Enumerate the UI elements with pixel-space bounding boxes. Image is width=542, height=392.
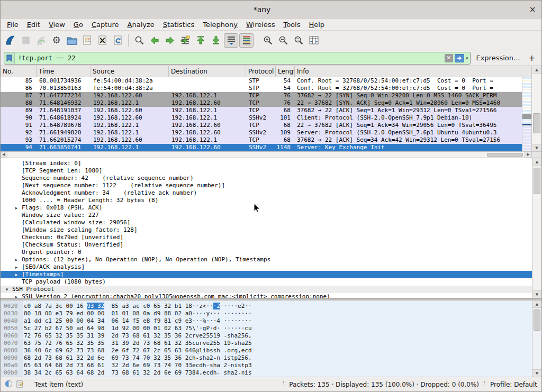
scroll-thumb[interactable] xyxy=(534,309,540,331)
expression-button[interactable]: Expression... xyxy=(471,54,525,62)
go-forward-button[interactable] xyxy=(162,33,177,48)
hex-ascii[interactable]: 84,ecdh- sha2-nis xyxy=(192,369,252,376)
menu-capture[interactable]: Capture xyxy=(87,20,123,30)
detail-row[interactable]: [Next sequence number: 1122 (relative se… xyxy=(1,182,532,189)
hex-bytes[interactable]: 65 63 64 68 2d 73 68 61 32 2d 6e 69 73 7… xyxy=(24,362,192,369)
go-back-button[interactable] xyxy=(147,33,161,48)
hex-row[interactable]: 006072 76 65 32 35 35 31 39 2d 73 68 61 … xyxy=(1,332,532,340)
hex-ascii[interactable]: curve255 19-sha25 xyxy=(192,340,252,347)
detail-row[interactable]: Urgent pointer: 0 xyxy=(1,249,532,256)
detail-row[interactable]: TCP payload (1080 bytes) xyxy=(1,278,532,286)
packet-row[interactable]: 8771.647777234192.168.122.60192.168.122.… xyxy=(1,92,522,99)
hex-ascii[interactable]: ····e2·· xyxy=(220,303,252,309)
hex-ascii[interactable]: \'·gP·d· ······cu xyxy=(192,325,252,332)
filter-apply-icon[interactable] xyxy=(455,54,464,62)
packet-row[interactable]: 9271.661949820192.168.122.1192.168.122.6… xyxy=(1,129,522,136)
detail-row[interactable]: ▸SSH Version 2 (encryption:chacha20-poly… xyxy=(1,293,532,298)
collapsed-arrow-icon[interactable]: ▸ xyxy=(13,293,20,298)
scroll-up-icon[interactable]: ▲ xyxy=(532,158,541,166)
menu-telephony[interactable]: Telephony xyxy=(198,20,242,30)
go-to-packet-button[interactable] xyxy=(178,33,192,48)
filter-bookmark-icon[interactable] xyxy=(4,52,15,64)
start-capture-button[interactable] xyxy=(3,33,17,48)
detail-row[interactable]: Checksum: 0x79ed [unverified] xyxy=(1,234,532,241)
hex-ascii[interactable]: ···%···4 ········ xyxy=(192,317,252,324)
restart-capture-button[interactable] xyxy=(34,33,48,48)
column-header-protocol[interactable]: Protocol xyxy=(246,66,276,77)
detail-row[interactable]: ▸[Timestamps] xyxy=(1,271,532,278)
hex-ascii[interactable]: ··z<·· xyxy=(192,303,213,309)
add-filter-button[interactable]: + xyxy=(525,53,538,63)
detail-row[interactable]: [Calculated window size: 29056] xyxy=(1,219,532,226)
scroll-down-icon[interactable]: ▼ xyxy=(532,144,541,151)
column-header-no[interactable]: No. xyxy=(1,66,37,77)
stop-capture-button[interactable] xyxy=(19,33,33,48)
packet-row[interactable]: 9371.662015274192.168.122.60192.168.122.… xyxy=(1,136,522,144)
detail-row[interactable]: Sequence number: 42 (relative sequence n… xyxy=(1,175,532,182)
menu-edit[interactable]: Edit xyxy=(23,20,44,30)
detail-row[interactable]: ▸Options: (12 bytes), No-Operation (NOP)… xyxy=(1,256,532,263)
close-file-button[interactable] xyxy=(95,33,110,48)
hex-ascii-highlight[interactable]: ·2 xyxy=(213,303,220,309)
scroll-down-icon[interactable]: ▼ xyxy=(532,290,541,298)
detail-row[interactable]: 1000 .... = Header Length: 32 bytes (8) xyxy=(1,197,532,204)
column-header-length[interactable]: Length xyxy=(276,66,295,77)
column-header-time[interactable]: Time xyxy=(37,66,91,77)
detail-row[interactable]: Window size value: 227 xyxy=(1,212,532,219)
hex-bytes-highlight[interactable]: 93 32 xyxy=(87,303,104,309)
collapsed-arrow-icon[interactable]: ▸ xyxy=(13,263,20,271)
detail-row[interactable]: [Stream index: 0] xyxy=(1,160,532,167)
detail-row[interactable]: ▸[SEQ/ACK analysis] xyxy=(1,263,532,271)
scroll-down-icon[interactable]: ▼ xyxy=(532,369,541,377)
detail-row[interactable]: ▾SSH Protocol xyxy=(1,286,532,293)
hex-vscrollbar[interactable]: ▲ ▼ xyxy=(532,300,541,377)
collapsed-arrow-icon[interactable]: ▸ xyxy=(13,204,20,212)
scroll-left-icon[interactable]: ◀ xyxy=(1,152,7,158)
display-filter-input[interactable] xyxy=(15,54,445,62)
resize-columns-button[interactable] xyxy=(306,33,321,48)
hex-bytes[interactable]: 38 34 2c 65 63 64 68 2d 73 68 61 32 2d 6… xyxy=(24,369,192,376)
hex-bytes[interactable]: 36 40 6c 69 62 73 73 68 2e 6f 72 67 2c 6… xyxy=(24,347,192,354)
menu-statistics[interactable]: Statistics xyxy=(159,20,198,30)
scroll-up-icon[interactable]: ▲ xyxy=(532,66,541,74)
column-header-info[interactable]: Info xyxy=(295,66,532,77)
hex-bytes[interactable]: 80 18 00 e3 79 ed 00 00 01 01 08 0a d9 8… xyxy=(24,310,192,317)
hex-bytes[interactable]: 5c 27 b2 67 50 ad 64 98 1d 92 00 00 01 0… xyxy=(24,325,192,332)
display-filter-field[interactable]: ✕ ▾ xyxy=(4,52,471,65)
hex-row[interactable]: 00a065 63 64 68 2d 73 68 61 32 2d 6e 69 … xyxy=(1,362,532,369)
packet-row[interactable]: 8971.648191037192.168.122.60192.168.122.… xyxy=(1,107,522,114)
packet-row[interactable]: 9471.663856741192.168.122.1192.168.122.6… xyxy=(1,144,522,151)
filter-clear-icon[interactable]: ✕ xyxy=(445,54,453,62)
packet-row[interactable]: 9071.648618924192.168.122.60192.168.122.… xyxy=(1,114,522,122)
packet-list-vscrollbar[interactable]: ▲ ▼ xyxy=(531,66,541,151)
menu-help[interactable]: Help xyxy=(304,20,329,30)
hex-bytes[interactable]: 68 2d 73 68 61 32 2d 6e 69 73 74 70 32 3… xyxy=(24,354,192,361)
detail-row[interactable]: [Window size scaling factor: 128] xyxy=(1,226,532,234)
hex-bytes[interactable]: 63 75 72 76 65 32 35 35 31 39 2d 73 68 6… xyxy=(24,340,192,347)
go-last-button[interactable] xyxy=(209,33,223,48)
save-file-button[interactable]: 01010110 xyxy=(80,33,94,48)
colorize-button[interactable] xyxy=(239,33,254,48)
hex-bytes[interactable]: 72 76 65 32 35 35 31 39 2d 73 68 61 32 3… xyxy=(24,332,192,339)
menu-view[interactable]: View xyxy=(44,20,69,30)
auto-scroll-button[interactable] xyxy=(224,33,238,48)
packet-row[interactable]: 8871.648146932192.168.122.1192.168.122.6… xyxy=(1,99,522,107)
expert-info-icon[interactable] xyxy=(5,380,13,389)
hex-ascii[interactable]: 6@libssh .org,ecd xyxy=(192,347,252,354)
hex-ascii[interactable]: ecdh-sha 2-nistp3 xyxy=(192,362,252,369)
menu-tools[interactable]: Tools xyxy=(279,20,304,30)
menu-wireless[interactable]: Wireless xyxy=(242,20,279,30)
hex-row[interactable]: 0020c0 a8 7a 3c 00 16 93 32 85 a3 ac c0 … xyxy=(1,303,532,310)
zoom-out-button[interactable] xyxy=(276,33,290,48)
go-first-button[interactable] xyxy=(193,33,207,48)
hex-row[interactable]: 00505c 27 b2 67 50 ad 64 98 1d 92 00 00 … xyxy=(1,325,532,332)
collapsed-arrow-icon[interactable]: ▸ xyxy=(13,256,20,263)
packet-row[interactable]: 8568.001734936fe:54:00:d4:38:2aSTP54Conf… xyxy=(1,77,522,85)
details-vscrollbar[interactable]: ▲ ▼ xyxy=(532,158,541,298)
close-window-button[interactable]: × xyxy=(523,5,541,14)
reload-file-button[interactable] xyxy=(111,33,125,48)
packet-list-hscrollbar[interactable]: ◀ ▶ xyxy=(1,151,531,158)
detail-row[interactable]: [Checksum Status: Unverified] xyxy=(1,241,532,249)
packet-minimap[interactable] xyxy=(522,77,531,151)
hex-ascii[interactable]: h-sha2-n istp256, xyxy=(192,354,252,361)
